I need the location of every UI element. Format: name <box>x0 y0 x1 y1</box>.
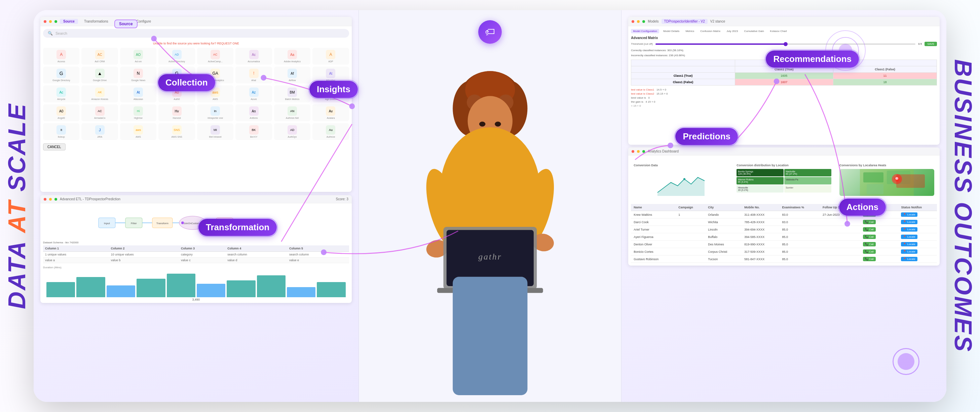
integration-itcleup[interactable]: It Itcleup <box>43 123 80 140</box>
locate-button[interactable]: 📍 Locate <box>901 220 917 224</box>
integration-gnews[interactable]: N Google News <box>120 67 156 83</box>
subtab-model-details[interactable]: Model Details <box>661 29 681 34</box>
integration-angel[interactable]: A0 Angel0 <box>43 104 80 121</box>
customer-status-action[interactable]: 📍 Locate <box>898 219 937 226</box>
customer-status-action[interactable]: 📍 Locate <box>898 226 937 233</box>
integration-armada[interactable]: AC ArmadaCo <box>81 104 118 121</box>
customer-call-action[interactable]: 📞 Call <box>860 256 899 263</box>
locate-button[interactable]: 📍 Locate <box>901 227 917 232</box>
integration-botky[interactable]: BK Bot KY <box>235 123 272 140</box>
customer-call-action[interactable]: 📞 Call <box>860 241 899 248</box>
subtab-confusion[interactable]: Confusion Matrix <box>698 29 722 34</box>
customer-mobile: 394-694-XXXX <box>741 226 779 233</box>
integration-authdyn[interactable]: AD AuthDyn <box>274 123 310 140</box>
integration-act-on[interactable]: AO Act-on <box>120 48 156 65</box>
threshold-slider[interactable] <box>655 43 915 45</box>
col-header: Column 3 <box>179 245 225 252</box>
customer-status-action[interactable]: 📍 Locate <box>898 233 937 241</box>
integration-label: Google News <box>131 79 145 81</box>
map-chart: Conversions by Localarea Heats <box>837 161 937 201</box>
customer-mobile: 581-847-XXXX <box>741 256 779 263</box>
integration-azure[interactable]: Az Azure <box>235 86 272 102</box>
integration-highrise[interactable]: Hi Highrise <box>120 104 156 121</box>
col-header: Column 2 <box>109 245 179 252</box>
subtab-cumgain[interactable]: Cumulative Gain <box>742 29 766 34</box>
integration-aws2[interactable]: aws AWS <box>120 123 156 140</box>
integration-airflow[interactable]: Af Airflow <box>274 67 310 83</box>
tdprospector-tab[interactable]: TDProspectorIdentifier - V2 <box>662 19 708 24</box>
source-tab-active[interactable]: Source <box>60 19 78 24</box>
integration-antbrex[interactable]: An Antbrex <box>235 104 272 121</box>
call-button[interactable]: 📞 Call <box>863 242 876 246</box>
customer-city: Buffalo <box>705 233 741 241</box>
integration-label: Aha! <box>251 79 256 81</box>
integration-authrize[interactable]: Au Authrize <box>312 123 349 140</box>
gain-formula: = 15 + 0 <box>631 104 937 107</box>
save-button[interactable]: SAVE <box>924 42 937 46</box>
customer-call-action[interactable]: 📞 Call <box>860 219 899 226</box>
svg-rect-41 <box>863 172 883 182</box>
transformations-tab[interactable]: Transformations <box>81 19 111 24</box>
customer-status-action[interactable]: 📍 Locate <box>898 241 937 248</box>
customer-call-action[interactable]: 📞 Call <box>860 248 899 256</box>
integration-atlassian[interactable]: At Atlassian <box>120 86 156 102</box>
integration-activecamp[interactable]: AC ActiveCamp... <box>197 48 234 65</box>
subtab-july[interactable]: July 2023 <box>724 29 740 34</box>
customer-followup <box>820 241 860 248</box>
locate-button[interactable]: 📍 Locate <box>901 235 917 239</box>
integration-awssns[interactable]: SNS AWS SNS <box>158 123 195 140</box>
locate-button[interactable]: 📍 Locate <box>901 212 917 217</box>
customer-status-action[interactable]: 📍 Locate <box>898 256 937 263</box>
max-dot2 <box>54 198 57 201</box>
bar <box>46 282 75 297</box>
customer-row: Ariel Turner Lincoln 394-694-XXXX 85.0 📞… <box>631 226 937 233</box>
customer-call-action[interactable]: 📞 Call <box>860 233 899 241</box>
call-button[interactable]: 📞 Call <box>863 249 876 254</box>
models-window: Models TDProspectorIdentifier - V2 V2 st… <box>628 17 940 145</box>
integration-aircycle[interactable]: Ac Aircycle <box>43 86 80 102</box>
customer-campaign <box>676 241 705 248</box>
integration-melintranet[interactable]: MI Mel Intranet <box>197 123 234 140</box>
integration-label: Airflow <box>289 79 296 81</box>
integration-harvest[interactable]: Hv Harvest <box>158 104 195 121</box>
integration-avalara[interactable]: Av Avalara <box>312 104 349 121</box>
customer-mobile: 317-509-XXXX <box>741 248 779 256</box>
customer-status-action[interactable]: 📍 Locate <box>898 248 937 256</box>
customer-city: Wichita <box>705 219 741 226</box>
models-tab[interactable]: Models <box>648 19 659 23</box>
integration-amazon[interactable]: AK Amazon Kinesis <box>81 86 118 102</box>
locate-button[interactable]: 📍 Locate <box>901 242 917 246</box>
integration-active-dir[interactable]: AD Active Directory <box>158 48 195 65</box>
integration-adp[interactable]: A ADP <box>312 48 349 65</box>
call-button[interactable]: 📞 Call <box>863 227 876 232</box>
integration-label: Intraporter one <box>207 117 223 119</box>
call-button[interactable]: 📞 Call <box>863 220 876 224</box>
insights-bubble: Insights <box>309 81 358 98</box>
integration-act-crm[interactable]: AC Act! CRM <box>81 48 118 65</box>
call-button[interactable]: 📞 Call <box>863 235 876 239</box>
cancel-button[interactable]: CANCEL <box>43 144 65 150</box>
search-bar[interactable]: 🔍 Search <box>43 29 349 38</box>
integration-authnet[interactable]: AN Authrize.Net <box>274 104 310 121</box>
subtab-kolasov[interactable]: Kolasov Chart <box>768 29 789 34</box>
integration-gdir[interactable]: G Google Directory <box>43 67 80 83</box>
integration-accumatica[interactable]: Ac Accumatica <box>235 48 272 65</box>
integration-label: Angel0 <box>57 117 65 119</box>
call-button[interactable]: 📞 Call <box>863 257 876 261</box>
source-window: Source Transformations Target Configure … <box>40 17 352 192</box>
subtab-model-config[interactable]: Model Configuration <box>631 29 659 34</box>
customer-call-action[interactable]: 📞 Call <box>860 226 899 233</box>
integration-batch[interactable]: BM Batch Metrics <box>274 86 310 102</box>
locate-button[interactable]: 📍 Locate <box>901 249 917 254</box>
locate-button[interactable]: 📍 Locate <box>901 257 917 261</box>
integration-access[interactable]: A Access <box>43 48 80 65</box>
svg-text:gathr: gathr <box>478 252 502 262</box>
integration-gdrive[interactable]: ▲ Google Drive <box>81 67 118 83</box>
integration-adobe[interactable]: Aa Adobe Analytics <box>274 48 310 65</box>
subtab-metrics[interactable]: Metrics <box>683 29 696 34</box>
customer-row: Krew Watkins 1 Orlando 311-408-XXXX 83.0… <box>631 211 937 219</box>
customer-status-action[interactable]: 📍 Locate <box>898 211 937 219</box>
integration-aha[interactable]: ! Aha! <box>235 67 272 83</box>
integration-intraporter[interactable]: In Intraporter one <box>197 104 234 121</box>
integration-jira[interactable]: J JIRA <box>81 123 118 140</box>
